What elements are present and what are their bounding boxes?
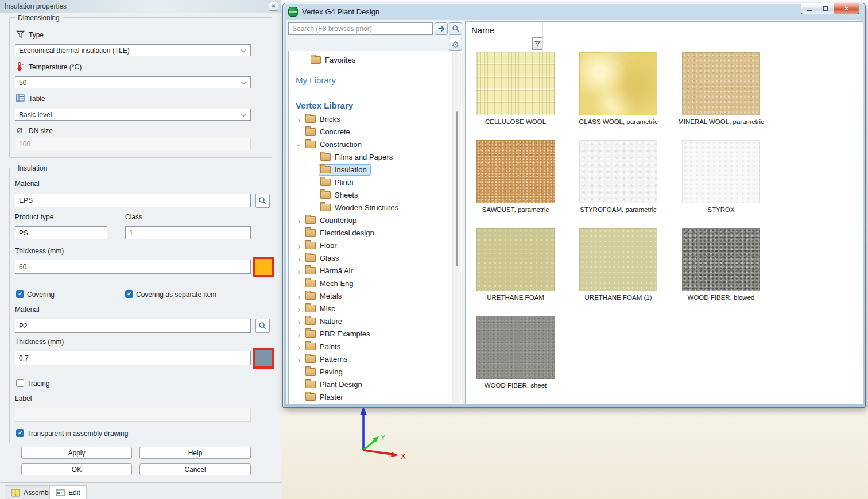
material-item[interactable]: CELLULOSE WOOL — [476, 52, 555, 125]
help-button[interactable]: Help — [140, 447, 251, 459]
material-item[interactable]: WOOD FIBER, blowed — [682, 228, 760, 301]
material-thumbnail[interactable] — [476, 140, 555, 203]
material-item[interactable]: URETHANE FOAM — [476, 228, 555, 301]
ok-button[interactable]: OK — [21, 463, 132, 475]
material-item[interactable]: MINERAL WOOL, parametric — [682, 52, 760, 125]
tree-item-plaster[interactable]: Plaster — [289, 391, 462, 404]
material-input[interactable] — [15, 194, 251, 207]
filter-button[interactable] — [532, 37, 542, 50]
covering-checkbox[interactable] — [16, 290, 24, 298]
expander-icon[interactable] — [294, 216, 304, 225]
material-thumbnail[interactable] — [579, 52, 657, 115]
material-item[interactable]: STYROFOAM, parametric — [579, 140, 657, 213]
vertex-library-header[interactable]: Vertex Library — [296, 100, 353, 110]
tree-item-wooden-structures[interactable]: Wooden Structures — [289, 202, 462, 214]
material-thumbnail[interactable] — [579, 228, 657, 291]
expander-icon[interactable] — [294, 355, 304, 364]
tree-item-glass[interactable]: Glass — [289, 252, 462, 265]
folder-icon — [305, 128, 316, 136]
tree-item-label: Favorites — [325, 56, 355, 64]
covering-material-label: Material — [15, 305, 40, 314]
expander-icon[interactable] — [294, 115, 304, 124]
tree-scrollbar-thumb[interactable] — [456, 111, 458, 266]
my-library-header[interactable]: My Library — [296, 75, 336, 85]
tree-item-paving[interactable]: Paving — [289, 366, 462, 378]
name-filter-input[interactable] — [467, 37, 532, 49]
material-item[interactable]: SAWDUST, parametric — [476, 140, 555, 213]
temperature-select[interactable]: 50 — [15, 76, 251, 88]
material-thumbnail[interactable] — [579, 140, 657, 203]
material-item[interactable]: STYROX — [682, 140, 760, 213]
tracing-checkbox[interactable] — [16, 379, 24, 387]
dn-size-input[interactable] — [15, 138, 251, 150]
tab-edit[interactable]: Edit — [49, 485, 87, 499]
tree-item-plinth[interactable]: Plinth — [289, 176, 462, 189]
expander-icon[interactable] — [294, 242, 304, 250]
expander-icon[interactable] — [294, 141, 304, 149]
table-select[interactable]: Basic level — [15, 109, 251, 121]
close-button[interactable]: ✕ — [834, 3, 859, 14]
tree-item-films-and-papers[interactable]: Films and Papers — [289, 151, 462, 164]
tree-item-metals[interactable]: Metals — [289, 290, 462, 303]
tree-scrollbar[interactable] — [452, 52, 461, 403]
tree-item-bricks[interactable]: Bricks — [289, 113, 462, 126]
column-divider[interactable] — [542, 22, 543, 52]
class-input[interactable] — [125, 226, 251, 239]
tree-item-construction[interactable]: Construction — [289, 138, 462, 151]
maximize-button[interactable] — [817, 3, 834, 14]
material-item[interactable]: URETHANE FOAM (1) — [579, 228, 657, 301]
tree-item-nature[interactable]: Nature — [289, 315, 462, 328]
tree-item-countertop[interactable]: Countertop — [289, 214, 462, 227]
thickness-input[interactable] — [15, 260, 251, 274]
material-item[interactable]: WOOD FIBER, sheet — [476, 316, 555, 389]
name-column-header[interactable]: Name — [471, 25, 494, 35]
type-select[interactable]: Economical thermal insulation (TLE) — [15, 44, 251, 56]
material-search-button[interactable] — [255, 194, 270, 208]
expander-icon[interactable] — [294, 305, 304, 314]
tree-item-electrical-design[interactable]: Electrical design — [289, 227, 462, 239]
search-input[interactable] — [288, 22, 433, 35]
tree-item-floor[interactable]: Floor — [289, 239, 462, 252]
material-thumbnail[interactable] — [476, 228, 555, 291]
tree-item-patterns[interactable]: Patterns — [289, 353, 462, 366]
tree-item-misc[interactable]: Misc — [289, 303, 462, 315]
expander-icon[interactable] — [294, 292, 304, 301]
tree-item-pbr-examples[interactable]: PBR Examples — [289, 328, 462, 341]
apply-button[interactable]: Apply — [21, 447, 132, 459]
tree-item-concrete[interactable]: Concrete — [289, 126, 462, 138]
covering-separate-checkbox[interactable] — [125, 290, 133, 298]
covering-color-button[interactable] — [253, 348, 274, 369]
settings-button[interactable]: ⚙ — [449, 38, 462, 51]
minimize-button[interactable] — [801, 3, 817, 14]
tree-item-plant-design[interactable]: Plant Design — [289, 378, 462, 391]
material-thumbnail[interactable] — [476, 316, 555, 379]
dialog-close-button[interactable]: ✕ — [269, 2, 278, 11]
tree-item-mech-eng[interactable]: Mech Eng — [289, 277, 462, 290]
search-go-button[interactable] — [435, 22, 448, 35]
material-thumbnail[interactable] — [476, 52, 555, 115]
search-button[interactable] — [449, 22, 462, 35]
product-type-input[interactable] — [15, 226, 107, 239]
window-titlebar[interactable]: Plant Vertex G4 Plant Design ✕ — [283, 3, 865, 20]
expander-icon[interactable] — [294, 318, 304, 326]
tree-item-h-rm-air[interactable]: Härmä Air — [289, 265, 462, 277]
covering-thickness-input[interactable] — [15, 351, 251, 365]
covering-material-input[interactable] — [15, 319, 251, 333]
label-input[interactable] — [15, 408, 251, 422]
transparent-checkbox[interactable] — [16, 429, 24, 437]
expander-icon[interactable] — [294, 343, 304, 351]
material-item[interactable]: GLASS WOOL, parametric — [579, 52, 657, 125]
material-thumbnail[interactable] — [682, 228, 760, 291]
tree-item-favorites[interactable]: Favorites — [289, 54, 462, 65]
tree-item-sheets[interactable]: Sheets — [289, 189, 462, 202]
expander-icon[interactable] — [294, 267, 304, 276]
material-thumbnail[interactable] — [682, 52, 760, 115]
expander-icon[interactable] — [294, 254, 304, 263]
tree-item-paints[interactable]: Paints — [289, 341, 462, 353]
expander-icon[interactable] — [294, 330, 304, 339]
material-thumbnail[interactable] — [682, 140, 760, 203]
insulation-color-button[interactable] — [253, 257, 274, 277]
tree-item-insulation[interactable]: Insulation — [289, 164, 462, 176]
cancel-button[interactable]: Cancel — [140, 463, 251, 475]
covering-material-search-button[interactable] — [255, 319, 270, 333]
